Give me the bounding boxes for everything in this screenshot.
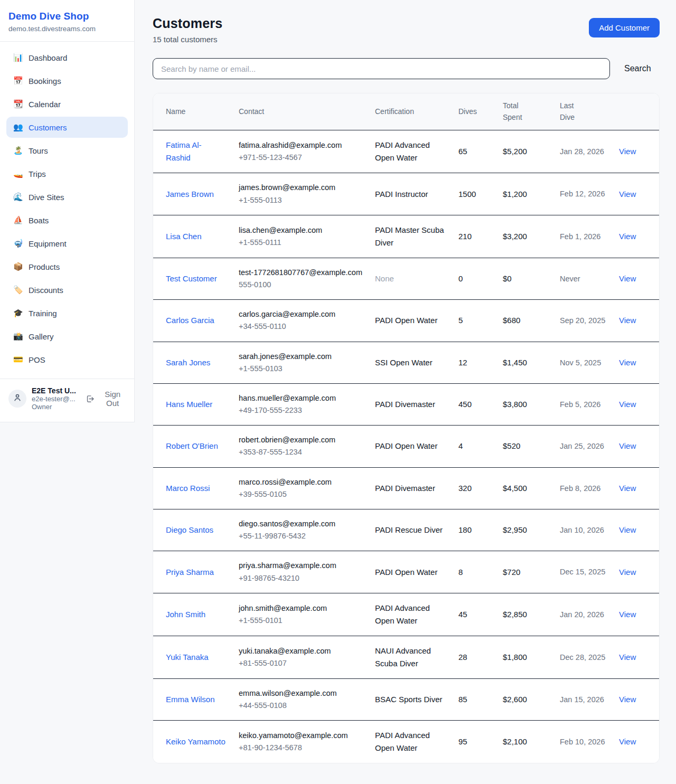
customer-name-link[interactable]: Carlos Garcia bbox=[166, 316, 214, 325]
customer-certification: PADI Advanced Open Water bbox=[375, 603, 430, 625]
customer-dives: 8 bbox=[452, 551, 496, 593]
customer-name-link[interactable]: Yuki Tanaka bbox=[166, 653, 209, 662]
view-link[interactable]: View bbox=[619, 653, 636, 662]
table-row: Hans Muellerhans.mueller@example.com+49-… bbox=[153, 383, 660, 425]
customer-last-dive: Jan 15, 2026 bbox=[560, 695, 604, 704]
view-link[interactable]: View bbox=[619, 441, 636, 450]
customer-total-spent: $1,200 bbox=[496, 173, 553, 215]
sidebar-item-calendar[interactable]: 📆Calendar bbox=[6, 93, 128, 115]
sidebar-item-dashboard[interactable]: 📊Dashboard bbox=[6, 47, 128, 68]
customer-email: test-1772681807767@example.com bbox=[239, 267, 362, 279]
customer-name-link[interactable]: Emma Wilson bbox=[166, 695, 215, 704]
sidebar-item-label: Bookings bbox=[29, 77, 61, 86]
sidebar-item-gallery[interactable]: 📸Gallery bbox=[6, 326, 128, 347]
customer-name-link[interactable]: Diego Santos bbox=[166, 525, 213, 534]
customer-total-spent: $2,600 bbox=[496, 678, 553, 720]
view-link[interactable]: View bbox=[619, 232, 636, 241]
customer-name-link[interactable]: Test Customer bbox=[166, 274, 217, 283]
customer-dives: 1500 bbox=[452, 173, 496, 215]
person-icon bbox=[13, 393, 22, 404]
customer-name-link[interactable]: James Brown bbox=[166, 190, 214, 199]
page-title: Customers bbox=[153, 16, 222, 31]
customer-dives: 65 bbox=[452, 130, 496, 173]
view-link[interactable]: View bbox=[619, 737, 636, 746]
sidebar-item-customers[interactable]: 👥Customers bbox=[6, 117, 128, 138]
search-input[interactable] bbox=[153, 58, 610, 79]
sidebar-item-dive-sites[interactable]: 🌊Dive Sites bbox=[6, 186, 128, 207]
graduation-cap-icon: 🎓 bbox=[13, 308, 23, 318]
customer-name-link[interactable]: Keiko Yamamoto bbox=[166, 737, 226, 746]
sign-out-button[interactable]: Sign Out bbox=[86, 390, 127, 408]
customer-last-dive: Jan 28, 2026 bbox=[560, 147, 604, 156]
view-link[interactable]: View bbox=[619, 568, 636, 577]
view-link[interactable]: View bbox=[619, 147, 636, 156]
customer-phone: +1-555-0101 bbox=[239, 615, 362, 627]
search-button[interactable]: Search bbox=[624, 64, 651, 73]
sidebar-item-tours[interactable]: 🏝️Tours bbox=[6, 140, 128, 161]
customer-name-link[interactable]: Hans Mueller bbox=[166, 400, 212, 409]
customer-phone: +55-11-99876-5432 bbox=[239, 530, 362, 542]
customer-name-link[interactable]: Robert O'Brien bbox=[166, 441, 218, 450]
sidebar-item-training[interactable]: 🎓Training bbox=[6, 303, 128, 324]
view-link[interactable]: View bbox=[619, 358, 636, 367]
sidebar-item-discounts[interactable]: 🏷️Discounts bbox=[6, 279, 128, 300]
customer-name-link[interactable]: Priya Sharma bbox=[166, 568, 214, 577]
customer-certification: PADI Advanced Open Water bbox=[375, 140, 430, 162]
add-customer-button[interactable]: Add Customer bbox=[589, 18, 660, 37]
table-row: Diego Santosdiego.santos@example.com+55-… bbox=[153, 509, 660, 551]
logout-icon bbox=[86, 394, 95, 403]
sidebar-item-trips[interactable]: 🚤Trips bbox=[6, 163, 128, 184]
customer-phone: +34-555-0110 bbox=[239, 320, 362, 333]
customer-phone: +1-555-0103 bbox=[239, 363, 362, 375]
customer-last-dive: Never bbox=[560, 275, 580, 283]
table-row: Sarah Jonessarah.jones@example.com+1-555… bbox=[153, 342, 660, 383]
customer-email: carlos.garcia@example.com bbox=[239, 308, 362, 320]
credit-card-icon: 💳 bbox=[13, 355, 23, 364]
customer-name-link[interactable]: Sarah Jones bbox=[166, 358, 210, 367]
customer-phone: +49-170-555-2233 bbox=[239, 404, 362, 417]
table-row: Yuki Tanakayuki.tanaka@example.com+81-55… bbox=[153, 636, 660, 678]
customer-name-link[interactable]: John Smith bbox=[166, 610, 205, 619]
main-content: Customers 15 total customers Add Custome… bbox=[135, 0, 676, 763]
table-row: James Brownjames.brown@example.com+1-555… bbox=[153, 173, 660, 215]
diving-mask-icon: 🤿 bbox=[13, 239, 23, 248]
view-link[interactable]: View bbox=[619, 610, 636, 619]
avatar bbox=[8, 390, 26, 408]
view-link[interactable]: View bbox=[619, 484, 636, 493]
customer-last-dive: Feb 5, 2026 bbox=[560, 400, 600, 409]
sidebar-item-pos[interactable]: 💳POS bbox=[6, 349, 128, 370]
customer-count: 15 total customers bbox=[153, 35, 222, 44]
view-link[interactable]: View bbox=[619, 274, 636, 283]
sidebar-item-products[interactable]: 📦Products bbox=[6, 256, 128, 277]
customer-certification: PADI Rescue Diver bbox=[375, 525, 443, 534]
customer-name-link[interactable]: Marco Rossi bbox=[166, 484, 210, 493]
sign-out-label: Sign Out bbox=[98, 390, 127, 408]
calendar-icon: 📅 bbox=[13, 76, 23, 86]
customer-certification: SSI Open Water bbox=[375, 358, 433, 367]
customer-last-dive: Nov 5, 2025 bbox=[560, 358, 601, 367]
view-link[interactable]: View bbox=[619, 525, 636, 534]
customer-name-link[interactable]: Fatima Al-Rashid bbox=[166, 140, 202, 162]
customer-phone: +81-90-1234-5678 bbox=[239, 742, 362, 754]
sidebar-item-bookings[interactable]: 📅Bookings bbox=[6, 70, 128, 91]
view-link[interactable]: View bbox=[619, 695, 636, 704]
view-link[interactable]: View bbox=[619, 190, 636, 199]
customer-phone: +44-555-0108 bbox=[239, 700, 362, 712]
customer-email: james.brown@example.com bbox=[239, 182, 362, 194]
view-link[interactable]: View bbox=[619, 316, 636, 325]
customer-last-dive: Feb 12, 2026 bbox=[560, 190, 605, 198]
customer-email: emma.wilson@example.com bbox=[239, 687, 362, 700]
customer-name-link[interactable]: Lisa Chen bbox=[166, 232, 202, 241]
customer-certification: NAUI Advanced Scuba Diver bbox=[375, 646, 431, 668]
island-icon: 🏝️ bbox=[13, 146, 23, 155]
search-bar: Search bbox=[153, 58, 660, 79]
customer-total-spent: $2,950 bbox=[496, 509, 553, 551]
customer-certification: None bbox=[375, 274, 394, 283]
customer-email: robert.obrien@example.com bbox=[239, 434, 362, 446]
sidebar-item-label: Equipment bbox=[29, 239, 67, 248]
view-link[interactable]: View bbox=[619, 400, 636, 409]
sidebar-item-equipment[interactable]: 🤿Equipment bbox=[6, 233, 128, 254]
sidebar-item-boats[interactable]: ⛵Boats bbox=[6, 210, 128, 231]
customer-last-dive: Jan 10, 2026 bbox=[560, 526, 604, 534]
customer-dives: 320 bbox=[452, 467, 496, 509]
